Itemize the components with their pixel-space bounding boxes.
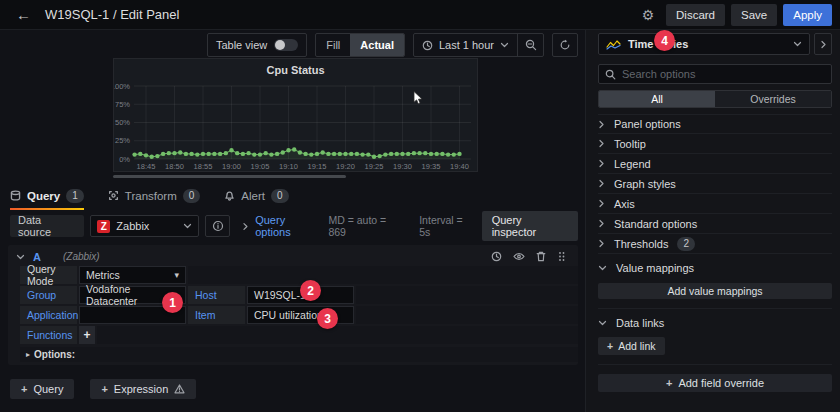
collapse-query-icon[interactable] (16, 253, 25, 261)
query-mode-select[interactable]: Metrics ▾ (79, 266, 186, 284)
chevron-right-icon (598, 120, 605, 129)
add-query-button[interactable]: + Query (10, 379, 74, 399)
page-title: W19SQL-1 / Edit Panel (45, 7, 179, 22)
svg-text:19:20: 19:20 (336, 162, 355, 171)
save-button[interactable]: Save (731, 4, 777, 26)
application-label[interactable]: Application (20, 306, 77, 324)
caret-down-icon: ▾ (174, 270, 179, 280)
item-input[interactable]: CPU utilization (247, 306, 354, 324)
drag-handle-icon[interactable] (557, 251, 566, 262)
add-link-button[interactable]: + Add link (598, 337, 665, 355)
tab-overrides[interactable]: Overrides (715, 91, 831, 107)
tab-query[interactable]: Query 1 (10, 187, 84, 208)
annotation-badge-4: 4 (654, 30, 675, 51)
hide-query-eye-icon[interactable] (513, 252, 525, 261)
tab-all[interactable]: All (599, 91, 715, 107)
section-thresholds[interactable]: Thresholds 2 (598, 234, 832, 254)
tab-alert-label: Alert (241, 190, 265, 202)
query-options-toggle[interactable]: Query options (242, 214, 322, 238)
datasource-name: Zabbix (116, 220, 176, 232)
search-icon (605, 69, 616, 80)
tab-transform-label: Transform (125, 190, 177, 202)
refresh-button[interactable] (552, 33, 578, 57)
panel-settings-button[interactable]: ⚙ (636, 4, 660, 26)
options-filter-tabs: All Overrides (598, 90, 832, 108)
tab-alert[interactable]: Alert 0 (224, 187, 288, 208)
options-search[interactable] (598, 64, 832, 84)
datasource-help-button[interactable] (205, 215, 231, 237)
time-range-picker[interactable]: Last 1 hour (414, 34, 517, 56)
group-host-row: Group Vodafone Datacenter Host W19SQL-1 (20, 286, 578, 304)
add-expression-button[interactable]: + Expression (90, 379, 196, 399)
panel-preview: Cpu Status 0%25%50%75%100%18:4518:5018:5… (113, 58, 478, 172)
section-label: Legend (614, 158, 651, 170)
section-label: Axis (614, 198, 635, 210)
section-label: Value mappings (616, 262, 694, 274)
add-field-override-button[interactable]: + Add field override (598, 374, 832, 392)
delete-query-trash-icon[interactable] (536, 251, 546, 262)
row-filler (356, 306, 578, 324)
visualization-picker[interactable]: Time series (598, 33, 810, 55)
plus-icon: + (101, 383, 107, 395)
section-data-links[interactable]: Data links (598, 314, 832, 332)
fill-button[interactable]: Fill (316, 34, 350, 56)
chevron-right-icon (598, 239, 605, 248)
section-panel-options[interactable]: Panel options (598, 114, 832, 134)
table-view-switch[interactable] (274, 39, 298, 51)
actual-button[interactable]: Actual (350, 34, 404, 56)
grafana-edit-panel-screen: ← W19SQL-1 / Edit Panel ⚙ Discard Save A… (0, 0, 840, 412)
section-legend[interactable]: Legend (598, 154, 832, 174)
functions-label[interactable]: Functions (20, 326, 77, 344)
section-label: Panel options (614, 118, 681, 130)
item-label[interactable]: Item (188, 306, 245, 324)
zoom-out-time-button[interactable] (517, 34, 543, 56)
chevron-down-icon (793, 40, 802, 48)
section-tooltip[interactable]: Tooltip (598, 134, 832, 154)
svg-text:50%: 50% (115, 118, 130, 127)
transform-icon (108, 190, 119, 201)
divider (598, 364, 832, 365)
query-mode-label: Query Mode (20, 266, 77, 284)
options-label: Options: (34, 349, 75, 360)
apply-button[interactable]: Apply (783, 4, 832, 26)
chevron-right-icon (598, 179, 605, 188)
bell-icon (224, 190, 235, 201)
svg-text:19:40: 19:40 (450, 162, 469, 171)
svg-text:100%: 100% (114, 82, 130, 91)
row-filler (356, 286, 578, 304)
section-axis[interactable]: Axis (598, 194, 832, 214)
back-arrow-icon[interactable]: ← (16, 6, 31, 23)
chevron-right-icon (820, 40, 827, 49)
add-function-button[interactable]: + (79, 326, 95, 344)
top-bar-actions: ⚙ Discard Save Apply (636, 4, 832, 26)
panel-toolbar: Table view Fill Actual Last 1 hour (207, 33, 578, 57)
section-graph-styles[interactable]: Graph styles (598, 174, 832, 194)
query-history-icon[interactable] (491, 251, 502, 262)
triangle-right-icon: ▸ (26, 350, 30, 359)
svg-text:0%: 0% (119, 155, 130, 164)
table-view-toggle[interactable]: Table view (207, 33, 307, 57)
collapse-options-pane-button[interactable] (814, 33, 832, 55)
functions-row: Functions + (20, 326, 578, 344)
search-options-input[interactable] (622, 68, 825, 80)
discard-button[interactable]: Discard (666, 4, 725, 26)
plus-icon: + (607, 340, 613, 352)
pane-splitter-handle[interactable] (113, 175, 346, 178)
datasource-row: Data source Z Zabbix Query options MD = … (10, 214, 578, 238)
group-label[interactable]: Group (20, 286, 77, 304)
add-value-mappings-button[interactable]: Add value mappings (598, 283, 832, 299)
section-value-mappings[interactable]: Value mappings (598, 259, 832, 277)
section-standard-options[interactable]: Standard options (598, 214, 832, 234)
info-circle-icon (212, 220, 224, 232)
mouse-cursor (413, 91, 425, 105)
tab-transform[interactable]: Transform 0 (108, 187, 201, 208)
svg-text:18:55: 18:55 (194, 162, 213, 171)
chevron-down-icon (183, 222, 192, 230)
datasource-picker[interactable]: Z Zabbix (90, 215, 198, 237)
chevron-right-icon (242, 222, 249, 231)
query-options-collapsed[interactable]: ▸ Options: (20, 347, 578, 362)
annotation-badge-1: 1 (162, 292, 183, 313)
host-label[interactable]: Host (188, 286, 245, 304)
query-inspector-button[interactable]: Query inspector (482, 211, 578, 241)
query-fields: Query Mode Metrics ▾ Group Vodafone Data… (20, 266, 578, 362)
